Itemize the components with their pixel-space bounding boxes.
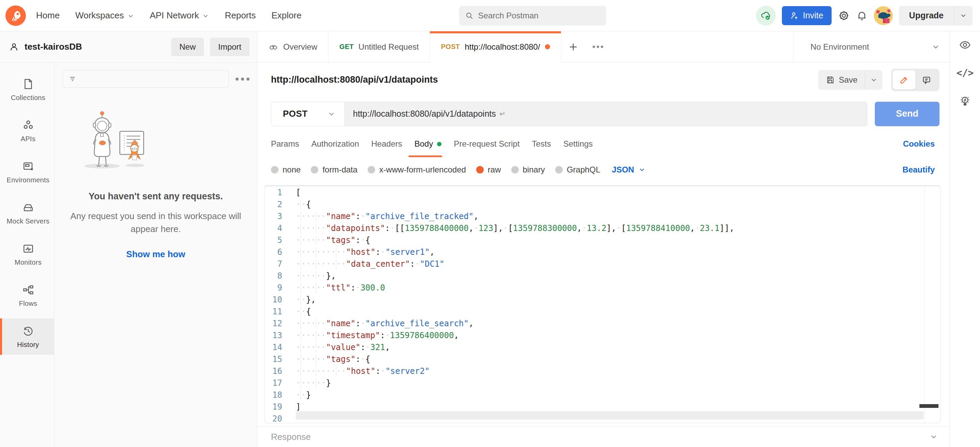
nav-item-home[interactable]: Home [36, 10, 60, 21]
workspace-name[interactable]: test-kairosDB [24, 41, 166, 52]
code-line-13[interactable]: 13······"timestamp":·1359786400000, [264, 330, 940, 342]
code-line-9[interactable]: 9······"ttl":·300.0 [264, 282, 940, 294]
history-more-button[interactable] [235, 76, 250, 82]
global-search[interactable] [459, 6, 606, 25]
tab-post-request[interactable]: POSThttp://localhost:8080/ [430, 31, 561, 62]
code-line-2[interactable]: 2··{ [264, 199, 940, 211]
bodytype-none[interactable]: none [271, 165, 301, 174]
settings-button[interactable] [838, 10, 850, 22]
code-line-3[interactable]: 3······"name":·"archive_file_tracked", [264, 211, 940, 222]
environment-selector[interactable]: No Environment [793, 31, 950, 62]
history-filter-input[interactable] [81, 74, 223, 83]
show-me-how-link[interactable]: Show me how [68, 249, 243, 260]
editor-horizontal-scrollbar[interactable] [296, 411, 923, 420]
tab-label: Untitled Request [358, 42, 419, 52]
nav-item-api-network[interactable]: API Network [150, 10, 209, 21]
sidebar-item-apis[interactable]: APIs [0, 113, 54, 149]
filter-icon [68, 74, 76, 83]
code-line-12[interactable]: 12······"name":·"archive_file_search", [264, 318, 940, 330]
code-line-14[interactable]: 14······"value":·321, [264, 342, 940, 353]
nav-item-reports[interactable]: Reports [225, 10, 256, 21]
new-tab-button[interactable] [561, 31, 585, 62]
tab-tests[interactable]: Tests [526, 131, 557, 157]
bodytype-x-www-form-urlencoded[interactable]: x-www-form-urlencoded [368, 165, 466, 174]
save-dropdown-button[interactable] [865, 70, 882, 90]
body-editor[interactable]: 1[2··{3······"name":·"archive_file_track… [264, 185, 941, 423]
comments-button[interactable] [915, 70, 938, 89]
send-button[interactable]: Send [875, 102, 940, 126]
tab-headers[interactable]: Headers [365, 131, 409, 157]
sidebar-item-environments[interactable]: Environments [0, 154, 54, 190]
request-title[interactable]: http://localhost:8080/api/v1/datapoints [271, 74, 818, 85]
code-line-17[interactable]: 17······} [264, 377, 940, 389]
avatar[interactable] [874, 6, 893, 25]
sidebar-item-flows[interactable]: Flows [0, 277, 54, 314]
tab-overview[interactable]: Overview [257, 31, 328, 62]
beautify-link[interactable]: Beautify [902, 165, 935, 174]
environment-quick-look-button[interactable] [959, 39, 971, 51]
sidebar-item-history[interactable]: History [0, 319, 54, 355]
sidebar: test-kairosDB New Import CollectionsAPIs… [0, 31, 257, 447]
new-button[interactable]: New [171, 38, 204, 56]
editor-scrollbar-thumb[interactable] [920, 404, 939, 408]
top-navbar: HomeWorkspacesAPI NetworkReportsExplore … [0, 0, 980, 31]
eye-icon [959, 39, 971, 51]
lightbulb-icon [959, 95, 971, 107]
sidebar-item-mock-servers[interactable]: Mock Servers [0, 195, 54, 231]
invite-button[interactable]: Invite [782, 6, 832, 25]
tab-authorization[interactable]: Authorization [305, 131, 365, 157]
line-number: 6 [264, 246, 290, 258]
cookies-link[interactable]: Cookies [903, 131, 935, 157]
bodytype-form-data[interactable]: form-data [311, 165, 357, 174]
import-button[interactable]: Import [210, 38, 250, 56]
history-empty-state: </> [54, 108, 257, 260]
code-line-5[interactable]: 5······"tags":·{ [264, 235, 940, 246]
notifications-button[interactable] [856, 10, 868, 21]
search-input[interactable] [478, 11, 600, 21]
tab-settings[interactable]: Settings [557, 131, 599, 157]
response-section-header[interactable]: Response [257, 426, 950, 447]
raw-language-selector[interactable]: JSON [612, 165, 646, 174]
code-line-7[interactable]: 7··········"data_center":·"DC1" [264, 258, 940, 270]
bodytype-graphql[interactable]: GraphQL [555, 165, 600, 174]
tab-get-request[interactable]: GETUntitled Request [328, 31, 430, 62]
tab-body[interactable]: Body [409, 131, 448, 157]
nav-item-label: Home [36, 10, 60, 21]
edit-mode-button[interactable] [893, 70, 915, 89]
tab-params[interactable]: Params [271, 131, 305, 157]
code-line-18[interactable]: 18··} [264, 389, 940, 401]
bodytype-raw[interactable]: raw [476, 165, 501, 174]
code-snippet-button[interactable]: </> [956, 67, 974, 79]
code-line-15[interactable]: 15······"tags":·{ [264, 353, 940, 365]
chevron-down-icon [931, 43, 940, 51]
code-line-10[interactable]: 10··}, [264, 294, 940, 306]
method-selector[interactable]: POST [271, 102, 345, 126]
code-area[interactable]: 1[2··{3······"name":·"archive_file_track… [264, 185, 940, 423]
sync-status-badge[interactable] [756, 6, 776, 25]
nav-item-explore[interactable]: Explore [271, 10, 301, 21]
code-line-4[interactable]: 4······"datapoints":·[[1359788400000,·12… [264, 222, 940, 235]
history-filter[interactable] [63, 70, 229, 88]
code-line-16[interactable]: 16··········"host":·"server2" [264, 365, 940, 377]
code-line-1[interactable]: 1[ [264, 187, 940, 199]
upgrade-dropdown-button[interactable] [954, 6, 972, 25]
upgrade-button[interactable]: Upgrade [899, 6, 954, 25]
postman-logo[interactable] [5, 5, 26, 26]
chevron-down-icon [929, 433, 938, 441]
sidebar-item-monitors[interactable]: Monitors [0, 236, 54, 273]
save-button[interactable]: Save [818, 70, 865, 90]
radio-icon [311, 166, 318, 173]
line-number: 19 [264, 401, 290, 413]
bodytype-binary[interactable]: binary [511, 165, 545, 174]
nav-item-workspaces[interactable]: Workspaces [75, 10, 134, 21]
url-input[interactable]: http://localhost:8080/api/v1/datapoints … [345, 102, 867, 126]
request-tabstrip: OverviewGETUntitled RequestPOSThttp://lo… [257, 31, 950, 63]
code-line-11[interactable]: 11··{ [264, 306, 940, 318]
tab-options-button[interactable] [585, 31, 611, 62]
code-line-8[interactable]: 8······}, [264, 270, 940, 282]
search-icon [465, 11, 474, 20]
bootcamp-button[interactable] [959, 95, 971, 107]
sidebar-item-collections[interactable]: Collections [0, 71, 54, 108]
tab-pre-request-script[interactable]: Pre-request Script [448, 131, 526, 157]
code-line-6[interactable]: 6··········"host":·"server1", [264, 246, 940, 258]
